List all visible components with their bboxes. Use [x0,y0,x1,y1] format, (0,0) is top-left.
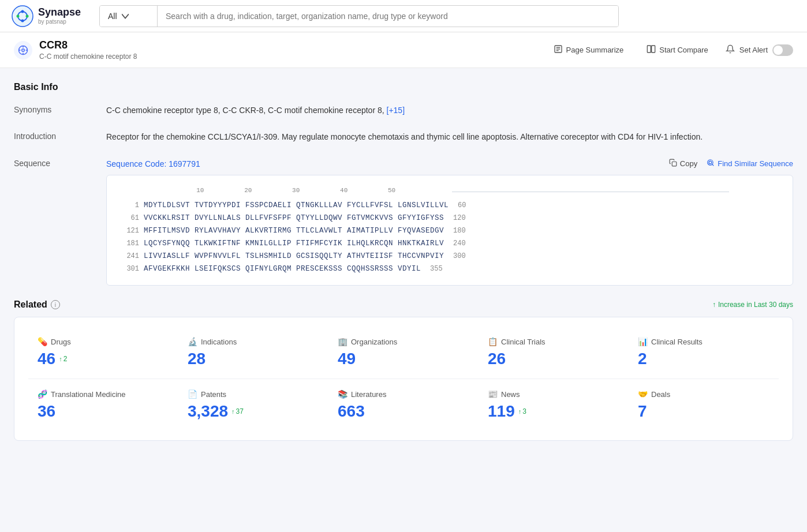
related-count: 3,328 [188,402,228,421]
seq-line-start: 241 [118,251,139,262]
related-info-icon[interactable]: i [51,300,60,309]
synonyms-text: C-C chemokine receptor type 8, C-C CKR-8… [106,106,384,115]
related-item-label: 📚 Literatures [338,389,469,399]
related-item-label: 🤝 Deals [638,389,769,399]
sequence-line: 301 AFVGEKFKKH LSEIFQKSCS QIFNYLGRQM PRE… [118,263,781,275]
related-item[interactable]: 💊 Drugs 46 ↑ 2 [28,329,178,376]
svg-line-20 [712,164,714,166]
related-item-name: Clinical Results [651,338,703,346]
search-bar: All [99,5,619,27]
start-compare-icon [647,44,656,56]
sequence-row: Sequence Sequence Code: 1697791 [14,158,793,286]
copy-button[interactable]: Copy [669,159,697,168]
page-summarize-button[interactable]: Page Summarize [548,41,630,59]
seq-line-data: LIVVIASLLF WVPFNVVLFL TSLHSMHILD GCSISQQ… [144,250,444,262]
related-count: 2 [638,350,647,368]
logo-name: Synapse [38,6,81,19]
related-grid-row1: 💊 Drugs 46 ↑ 2 🔬 Indications 28 🏢 Organi… [28,329,779,376]
related-card: 💊 Drugs 46 ↑ 2 🔬 Indications 28 🏢 Organi… [14,317,793,441]
related-item-name: Drugs [51,338,71,346]
increase-note-text: Increase in Last 30 days [718,301,793,309]
sequence-line: 121 MFFITLMSVD RYLAVVHAVY ALKVRTIRMG TTL… [118,225,781,237]
related-item[interactable]: 🤝 Deals 7 [629,381,779,429]
synapse-logo-icon [12,5,33,27]
copy-label: Copy [680,159,697,168]
increase-arrow: ↑ [59,355,62,362]
set-alert-icon [726,44,735,55]
svg-point-5 [26,14,29,17]
related-item[interactable]: 📄 Patents 3,328 ↑ 37 [178,381,328,429]
sub-header-left: CCR8 C-C motif chemokine receptor 8 [14,39,137,61]
synonyms-value: C-C chemokine receptor type 8, C-C CKR-8… [106,104,793,117]
seq-line-end: 120 [453,213,466,224]
related-item-icon: 📰 [488,389,498,399]
related-count: 36 [38,402,55,421]
sequence-line: 61 VVCKKLRSIT DVYLLNLALS DLLFVFSFPF QTYY… [118,212,781,224]
related-item[interactable]: 🔬 Indications 28 [178,329,328,376]
synonyms-label: Synonyms [14,104,83,114]
start-compare-button[interactable]: Start Compare [641,41,714,59]
seq-line-start: 1 [118,200,139,211]
page-summarize-icon [554,44,563,56]
related-item-icon: 🔬 [188,337,197,346]
related-item[interactable]: 📊 Clinical Results 2 [629,329,779,376]
find-similar-icon [707,159,715,168]
related-header: Related i ↑ Increase in Last 30 days [14,299,793,310]
introduction-row: Introduction Receptor for the chemokine … [14,130,793,143]
logo: Synapse by patsnap [12,5,92,27]
page-summarize-label: Page Summarize [566,46,624,54]
svg-rect-17 [652,46,655,53]
sequence-lines: 1 MDYTLDLSVT TVTDYYYPDI FSSPCDAELI QTNGK… [118,200,781,275]
related-item[interactable]: 🏢 Organizations 49 [328,329,479,376]
seq-line-end: 180 [453,226,466,237]
seq-line-end: 355 [430,264,443,275]
sequence-code-link[interactable]: Sequence Code: 1697791 [106,158,200,170]
copy-icon [669,159,677,168]
related-title-area: Related i [14,299,60,310]
seq-line-end: 300 [453,251,466,262]
related-item-icon: 🏢 [338,337,348,346]
related-item-name: Indications [201,338,237,346]
sequence-header: Sequence Code: 1697791 Copy [106,158,793,170]
target-name: CCR8 [39,39,137,51]
chevron-down-icon [122,13,129,20]
target-icon [14,41,32,59]
seq-line-end: 240 [453,238,466,249]
introduction-label: Introduction [14,130,83,141]
related-item[interactable]: 🧬 Translational Medicine 36 [28,381,178,429]
increase-value: 2 [63,355,68,363]
seq-line-start: 61 [118,213,139,224]
related-item-icon: 📊 [638,337,648,346]
search-input[interactable] [158,6,618,27]
related-count: 26 [488,350,506,368]
ruler-40: 40 [340,186,348,196]
related-item-icon: 🤝 [638,389,648,399]
set-alert-label: Set Alert [739,46,768,54]
sequence-value: Sequence Code: 1697791 Copy [106,158,793,286]
related-item[interactable]: 📚 Literatures 663 [328,381,479,429]
ruler-50: 50 [388,186,395,196]
synonyms-more-link[interactable]: [+15] [387,106,405,115]
introduction-value: Receptor for the chemokine CCL1/SCYA1/I-… [106,130,793,143]
related-item-name: News [501,390,520,399]
find-similar-button[interactable]: Find Similar Sequence [707,159,793,168]
increase-value: 3 [522,407,526,415]
related-item[interactable]: 📰 News 119 ↑ 3 [479,381,629,429]
sequence-line: 241 LIVVIASLLF WVPFNVVLFL TSLHSMHILD GCS… [118,250,781,262]
synonyms-row: Synonyms C-C chemokine receptor type 8, … [14,104,793,117]
search-category-dropdown[interactable]: All [100,6,158,27]
svg-point-19 [708,160,713,165]
related-item-name: Organizations [351,338,397,346]
sub-header: CCR8 C-C motif chemokine receptor 8 Page… [0,32,807,68]
svg-rect-18 [672,162,677,167]
set-alert-toggle[interactable] [772,44,793,56]
related-section: Related i ↑ Increase in Last 30 days 💊 D… [14,299,793,441]
related-count: 46 [38,350,55,368]
seq-line-data: VVCKKLRSIT DVYLLNLALS DLLFVFSFPF QTYYLLD… [144,212,444,224]
related-item-icon: 📚 [338,389,348,399]
related-item-label: 🧬 Translational Medicine [38,389,169,399]
sequence-line: 1 MDYTLDLSVT TVTDYYYPDI FSSPCDAELI QTNGK… [118,200,781,211]
related-item[interactable]: 📋 Clinical Trials 26 [479,329,629,376]
related-divider [28,379,779,379]
related-item-icon: 🧬 [38,389,47,399]
